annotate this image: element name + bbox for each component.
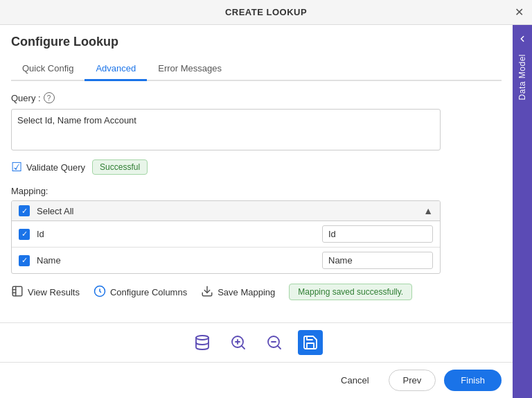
dialog-title: CREATE LOOKUP: [225, 7, 307, 17]
cancel-button[interactable]: Cancel: [330, 370, 380, 391]
id-checkbox[interactable]: ✓: [19, 229, 30, 240]
id-mapping-input[interactable]: [322, 225, 433, 243]
mapping-header-row: ✓ Select All ▲: [12, 201, 440, 221]
validate-query-label: Validate Query: [26, 162, 85, 173]
name-checkbox[interactable]: ✓: [19, 255, 30, 266]
page-title: Configure Lookup: [11, 35, 502, 49]
title-bar: CREATE LOOKUP ✕: [0, 0, 532, 25]
help-icon[interactable]: ?: [44, 92, 55, 103]
close-button[interactable]: ✕: [515, 7, 524, 18]
tabs-container: Quick Config Advanced Error Messages: [11, 58, 502, 81]
save-mapping-icon: [201, 285, 213, 300]
name-mapping-input[interactable]: [322, 252, 433, 269]
bottom-toolbar: [0, 322, 513, 362]
chevron-left-icon: [517, 34, 527, 44]
save-mapping-button[interactable]: Save Mapping: [201, 285, 275, 300]
query-input[interactable]: Select Id, Name from Account: [11, 109, 441, 150]
tab-error-messages[interactable]: Error Messages: [147, 58, 233, 81]
select-all-label: Select All: [37, 206, 416, 216]
save-mapping-label: Save Mapping: [218, 287, 275, 297]
sidebar-label: Data Model: [517, 54, 527, 100]
footer-buttons: Cancel Prev Finish: [0, 362, 513, 398]
configure-header: Configure Lookup Quick Config Advanced E…: [0, 25, 513, 81]
validate-check-icon: ☑: [11, 159, 22, 175]
query-label-text: Query :: [11, 93, 41, 103]
name-field-label: Name: [37, 255, 315, 266]
validate-row: ☑ Validate Query Successful: [11, 159, 502, 175]
zoom-out-toolbar-button[interactable]: [262, 330, 287, 355]
view-results-icon: [11, 285, 24, 300]
table-row: ✓ Name: [12, 248, 440, 273]
actions-row: View Results Configure Columns: [11, 284, 502, 300]
prev-button[interactable]: Prev: [389, 370, 436, 391]
svg-rect-0: [12, 286, 22, 296]
view-results-button[interactable]: View Results: [11, 285, 80, 300]
svg-line-8: [242, 346, 245, 349]
database-toolbar-button[interactable]: [190, 330, 215, 355]
svg-point-6: [196, 336, 209, 340]
main-layout: Configure Lookup Quick Config Advanced E…: [0, 25, 532, 398]
view-results-label: View Results: [28, 287, 80, 297]
save-icon: [302, 334, 319, 351]
finish-button[interactable]: Finish: [444, 370, 502, 391]
body-content: Query : ? Select Id, Name from Account ☑…: [0, 81, 513, 322]
chevron-up-icon[interactable]: ▲: [423, 205, 433, 216]
configure-columns-label: Configure Columns: [110, 287, 187, 297]
database-icon: [194, 334, 211, 351]
mapping-table: ✓ Select All ▲ ✓ Id: [11, 200, 441, 274]
id-field-label: Id: [37, 229, 315, 239]
configure-columns-icon: [94, 285, 106, 300]
search-zoom-icon: [230, 334, 247, 351]
zoom-out-icon: [266, 334, 283, 351]
svg-line-12: [278, 346, 281, 349]
search-zoom-toolbar-button[interactable]: [226, 330, 251, 355]
right-sidebar: Data Model: [513, 25, 532, 398]
tab-quick-config[interactable]: Quick Config: [11, 58, 85, 81]
configure-columns-button[interactable]: Configure Columns: [94, 285, 187, 300]
validate-success-badge: Successful: [92, 159, 148, 175]
query-label-row: Query : ?: [11, 92, 502, 103]
mapping-saved-badge: Mapping saved successfully.: [289, 284, 412, 300]
tab-advanced[interactable]: Advanced: [85, 58, 147, 81]
table-row: ✓ Id: [12, 221, 440, 248]
select-all-checkbox[interactable]: ✓: [19, 205, 30, 216]
dialog: CREATE LOOKUP ✕ Configure Lookup Quick C…: [0, 0, 532, 398]
mapping-label: Mapping:: [11, 186, 502, 196]
save-toolbar-button[interactable]: [298, 330, 323, 355]
content-area: Configure Lookup Quick Config Advanced E…: [0, 25, 513, 398]
sidebar-collapse-button[interactable]: [513, 29, 532, 49]
validate-query-button[interactable]: ☑ Validate Query: [11, 159, 85, 175]
